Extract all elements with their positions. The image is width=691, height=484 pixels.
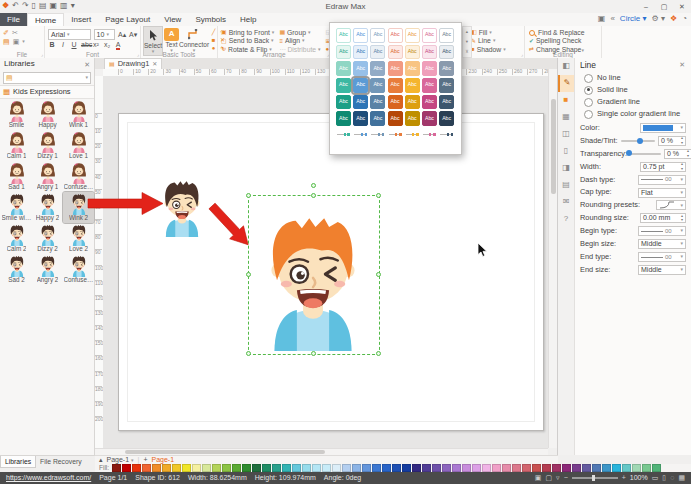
theme-swatch-r3-c2[interactable]: Abc [370, 78, 385, 93]
zoom-slider[interactable] [572, 477, 618, 479]
format-u-button[interactable]: U [70, 41, 78, 49]
begin-type-dropdown[interactable]: 00▾ [638, 226, 686, 236]
panel-line-icon[interactable]: ✎ [558, 75, 574, 92]
radio-single-color-gradient-line[interactable]: Single color gradient line [574, 108, 691, 120]
selection-handle[interactable] [246, 351, 251, 356]
palette-color[interactable] [572, 464, 581, 472]
library-item-love-1[interactable]: Love 1 [63, 130, 94, 161]
file-group-launcher[interactable]: ⌟ [41, 52, 43, 58]
gallery-up-icon[interactable]: ▴ [463, 27, 471, 37]
palette-color[interactable] [212, 464, 221, 472]
rectangle-tool-icon[interactable]: ■ [209, 37, 218, 45]
palette-color[interactable] [342, 464, 351, 472]
palette-color[interactable] [602, 464, 611, 472]
account-menu[interactable]: Circle ▾ [620, 15, 647, 24]
menu-tab-home[interactable]: Home [27, 13, 64, 26]
library-item-calm-2[interactable]: Calm 2 [1, 223, 32, 254]
theme-swatch-r4-c3[interactable]: Abc [388, 95, 403, 110]
palette-color[interactable] [652, 464, 661, 472]
format-painter-icon[interactable]: ✐ [3, 29, 9, 37]
panel-fill-icon[interactable]: ◧ [558, 58, 574, 75]
page-tab-active[interactable]: Page-1 [151, 456, 174, 464]
fit-page-icon[interactable]: ▯ [662, 474, 666, 482]
arrange-send-to-back-button[interactable]: ▢Send to Back▾ [221, 37, 274, 44]
library-item-wink-2[interactable]: Wink 2 [63, 192, 94, 223]
theme-swatch-r5-c0[interactable]: Abc [336, 111, 351, 126]
logo-icon[interactable]: ❖ [2, 2, 9, 11]
spelling-check-button[interactable]: ✔Spelling Check [529, 37, 601, 44]
palette-color[interactable] [392, 464, 401, 472]
library-item-dizzy-1[interactable]: Dizzy 1 [32, 130, 63, 161]
panel-picture-icon[interactable]: ▦ [558, 109, 574, 126]
format-b-button[interactable]: B [48, 41, 56, 49]
library-item-wink-1[interactable]: Wink 1 [63, 99, 94, 130]
menu-tab-page-layout[interactable]: Page Layout [98, 13, 157, 26]
palette-color[interactable] [442, 464, 451, 472]
apps-icon[interactable]: ❖ [670, 15, 677, 24]
panel-clip-icon[interactable]: ◨ [558, 160, 574, 177]
panel-comment-icon[interactable]: ✉ [558, 194, 574, 211]
fullscreen-icon[interactable]: ▦ [678, 474, 685, 482]
library-item-happy-2[interactable]: Happy 2 [32, 192, 63, 223]
theme-swatch-r0-c3[interactable]: Abc [388, 28, 403, 43]
theme-swatch-r3-c5[interactable]: Abc [422, 78, 437, 93]
theme-swatch-r2-c2[interactable]: Abc [370, 61, 385, 76]
pan-mode-icon[interactable]: ▣ [535, 474, 542, 482]
theme-swatch-r2-c0[interactable]: Abc [336, 61, 351, 76]
palette-color[interactable] [552, 464, 561, 472]
zoom-level[interactable]: 100% [630, 474, 648, 482]
palette-color[interactable] [332, 464, 341, 472]
palette-color[interactable] [472, 464, 481, 472]
palette-color[interactable] [592, 464, 601, 472]
palette-color[interactable] [382, 464, 391, 472]
palette-color[interactable] [582, 464, 591, 472]
gallery-expand-icon[interactable]: ⊻ [463, 47, 471, 57]
arrange-group-button[interactable]: ▦Group▾ [279, 29, 320, 36]
palette-color[interactable] [142, 464, 151, 472]
open-icon[interactable]: ▤ [39, 2, 47, 11]
library-item-sad-2[interactable]: Sad 2 [1, 254, 32, 285]
fit-window-icon[interactable]: ▭ [652, 474, 659, 482]
theme-swatch-r0-c0[interactable]: Abc [336, 28, 351, 43]
selection-handle[interactable] [376, 351, 381, 356]
panel-help-icon[interactable]: ? [558, 211, 574, 228]
theme-swatch-r0-c6[interactable]: Abc [439, 28, 454, 43]
radio-no-line[interactable]: No line [574, 72, 691, 84]
theme-swatch-r2-c5[interactable]: Abc [422, 61, 437, 76]
shadow-menu-button[interactable]: ■Shadow▾ [471, 46, 524, 53]
library-folder-icon[interactable]: ▤ [6, 74, 13, 82]
theme-swatch-r2-c4[interactable]: Abc [405, 61, 420, 76]
palette-color[interactable] [192, 464, 201, 472]
status-collapse-icon[interactable]: ▿ [556, 474, 560, 482]
library-item-angry-1[interactable]: Angry 1 [32, 161, 63, 192]
cut-icon[interactable]: ✂ [12, 29, 18, 37]
radio-solid-line[interactable]: Solid line [574, 84, 691, 96]
minimize-button[interactable]: – [637, 0, 655, 13]
palette-color[interactable] [322, 464, 331, 472]
theme-swatch-r1-c2[interactable]: Abc [370, 45, 385, 60]
palette-color[interactable] [482, 464, 491, 472]
format-x-button[interactable]: x² [92, 41, 100, 49]
library-item-angry-2[interactable]: Angry 2 [32, 254, 63, 285]
style-group-launcher[interactable]: ⌟ [521, 52, 523, 58]
menu-tab-file[interactable]: File [0, 13, 27, 26]
shrink-font-button[interactable]: A▾ [129, 31, 137, 39]
find-replace-button[interactable]: Find & Replace [529, 29, 601, 36]
collapse-pages-icon[interactable]: ▴ [99, 456, 103, 464]
library-item-confused-2[interactable]: Confused 2 [63, 254, 94, 285]
theme-swatch-r3-c4[interactable]: Abc [405, 78, 420, 93]
palette-color[interactable] [512, 464, 521, 472]
print-icon[interactable]: ▥ [60, 2, 68, 11]
page-selector[interactable]: Page-1 ▾ [107, 456, 134, 464]
palette-color[interactable] [402, 464, 411, 472]
palette-color[interactable] [172, 464, 181, 472]
edrawsoft-link[interactable]: https://www.edrawsoft.com/ [6, 474, 91, 482]
font-group-launcher[interactable]: ⌟ [137, 52, 139, 58]
palette-color[interactable] [432, 464, 441, 472]
format-abc-button[interactable]: abc [81, 41, 89, 49]
selection-handle[interactable] [376, 272, 381, 277]
end-size-dropdown[interactable]: Middle▾ [638, 265, 686, 275]
theme-line-style-1[interactable] [353, 130, 368, 139]
palette-color[interactable] [632, 464, 641, 472]
zoom-in-button[interactable]: + [622, 474, 626, 482]
